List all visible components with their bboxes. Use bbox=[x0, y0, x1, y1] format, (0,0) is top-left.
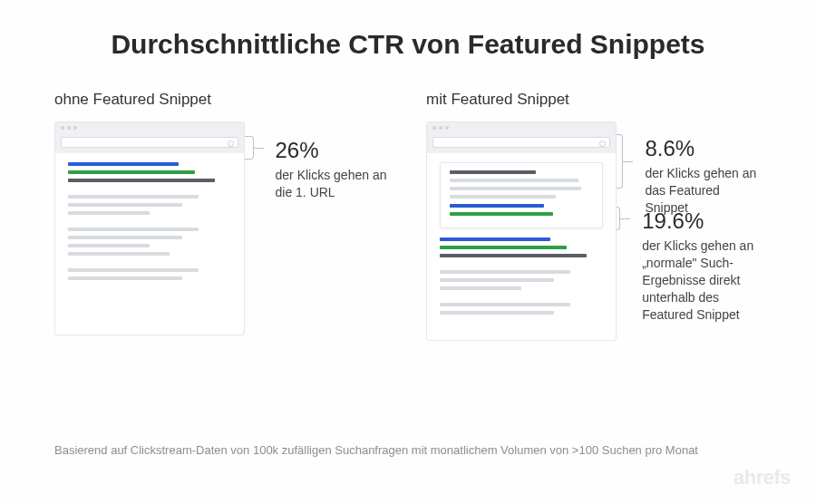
search-bar-icon bbox=[61, 137, 238, 148]
bracket-icon bbox=[617, 207, 620, 230]
callout-left: 26% der Klicks gehen an die 1. URL bbox=[245, 136, 390, 201]
brand-watermark: ahrefs bbox=[733, 466, 791, 489]
callout-right-2: 19.6% der Klicks gehen an „normale" Such… bbox=[617, 207, 762, 324]
bracket-icon bbox=[245, 136, 254, 160]
serp-result-2 bbox=[68, 195, 231, 215]
serp-result-3-right bbox=[440, 303, 603, 315]
browser-search-bar-wrap bbox=[55, 133, 244, 153]
featured-snippet-card bbox=[440, 162, 603, 228]
serp-result-2-right bbox=[440, 270, 603, 290]
serp-result-4 bbox=[68, 268, 231, 280]
serp-result-1-right bbox=[440, 237, 603, 257]
right-heading: mit Featured Snippet bbox=[426, 91, 762, 109]
column-with-snippet: mit Featured Snippet bbox=[426, 91, 762, 341]
comparison-columns: ohne Featured Snippet bbox=[0, 60, 816, 341]
serp-result-1 bbox=[68, 162, 231, 182]
page-title: Durchschnittliche CTR von Featured Snipp… bbox=[0, 0, 816, 60]
browser-mock-left bbox=[54, 121, 245, 335]
browser-chrome-dots bbox=[55, 122, 244, 133]
callout-right-1: 8.6% der Klicks gehen an das Featured Sn… bbox=[617, 134, 762, 217]
browser-search-bar-wrap bbox=[427, 133, 616, 153]
column-without-snippet: ohne Featured Snippet bbox=[54, 91, 390, 341]
bracket-icon bbox=[617, 134, 623, 189]
right-pct-2: 19.6% bbox=[642, 207, 762, 236]
footer-note: Basierend auf Clickstream-Daten von 100k… bbox=[54, 443, 762, 457]
left-heading: ohne Featured Snippet bbox=[54, 91, 390, 109]
browser-chrome-dots bbox=[427, 122, 616, 133]
browser-mock-right bbox=[426, 121, 617, 341]
right-pct-1: 8.6% bbox=[645, 134, 762, 163]
serp-result-3 bbox=[68, 228, 231, 256]
right-callout-2-text: der Klicks gehen an „normale" Such-Ergeb… bbox=[642, 238, 753, 322]
search-bar-icon bbox=[432, 137, 610, 148]
left-pct: 26% bbox=[276, 136, 390, 165]
left-callout-text: der Klicks gehen an die 1. URL bbox=[276, 168, 387, 199]
